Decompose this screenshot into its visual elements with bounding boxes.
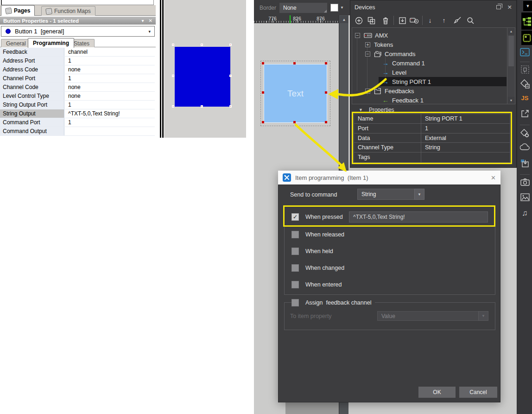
sidebar-item-snapshot[interactable] bbox=[517, 178, 532, 186]
row-value[interactable]: none bbox=[64, 92, 155, 100]
sidebar-collapse-button[interactable]: ▼ bbox=[523, 1, 532, 11]
add-device-icon[interactable] bbox=[354, 16, 363, 25]
resize-handle[interactable] bbox=[172, 105, 174, 108]
tree-item-string-port-1[interactable]: → String PORT 1 bbox=[353, 77, 507, 86]
canvas-object-partial[interactable] bbox=[285, 402, 339, 414]
row-value[interactable]: 1 bbox=[64, 118, 155, 127]
tree-item-feedback-1[interactable]: ← Feedback 1 bbox=[353, 96, 507, 105]
sidebar-item-project-tree[interactable] bbox=[521, 13, 532, 30]
sidebar-item-console[interactable] bbox=[517, 48, 532, 57]
tree-item-level[interactable]: → Level bbox=[353, 68, 507, 77]
selected-button-element[interactable]: Text bbox=[264, 64, 327, 123]
property-value[interactable]: String bbox=[421, 143, 510, 152]
resize-handle[interactable] bbox=[201, 44, 203, 46]
dialog-titlebar[interactable]: Item programming (Item 1) ✕ bbox=[278, 171, 500, 185]
table-row[interactable]: Channel Port 1 bbox=[0, 74, 155, 83]
resize-handle[interactable] bbox=[262, 91, 264, 94]
blue-button-element[interactable] bbox=[175, 47, 230, 107]
tree-item-tokens[interactable]: + Tokens bbox=[353, 40, 507, 49]
resize-handle[interactable] bbox=[229, 105, 232, 108]
color-dropdown-arrow-icon[interactable]: ▼ bbox=[340, 6, 344, 10]
property-value[interactable]: 1 bbox=[421, 124, 510, 133]
table-row[interactable]: Address Code none bbox=[0, 65, 155, 74]
row-value[interactable]: 1 bbox=[64, 57, 155, 65]
device-capture-icon[interactable] bbox=[410, 16, 419, 25]
command-type-dropdown[interactable]: String ▼ bbox=[357, 189, 424, 200]
close-panel-icon[interactable]: ✕ bbox=[507, 4, 512, 11]
tab-programming[interactable]: Programming bbox=[28, 38, 74, 48]
properties-section-header[interactable]: ▼ Properties bbox=[350, 106, 394, 114]
assign-feedback-checkbox[interactable] bbox=[291, 299, 299, 306]
property-value[interactable] bbox=[421, 153, 510, 162]
table-row[interactable]: Command Output bbox=[0, 127, 155, 136]
resize-handle[interactable] bbox=[229, 44, 232, 46]
property-row[interactable]: Tags bbox=[354, 153, 510, 162]
tab-general[interactable]: General bbox=[1, 39, 31, 47]
cleanup-icon[interactable] bbox=[453, 16, 462, 25]
row-value[interactable]: none bbox=[64, 83, 155, 91]
delete-device-icon[interactable] bbox=[381, 16, 390, 25]
color-swatch[interactable] bbox=[330, 4, 338, 12]
sidebar-item-cloud[interactable] bbox=[517, 143, 532, 151]
when-changed-checkbox[interactable] bbox=[291, 264, 299, 272]
table-row[interactable]: Command Port 1 bbox=[0, 118, 155, 127]
when-released-checkbox[interactable] bbox=[291, 231, 299, 238]
sidebar-item-images[interactable] bbox=[517, 193, 532, 201]
table-row[interactable]: Channel Code none bbox=[0, 83, 155, 92]
search-icon[interactable] bbox=[466, 16, 475, 25]
sidebar-item-board[interactable] bbox=[521, 31, 532, 45]
collapse-toggle-icon[interactable]: − bbox=[365, 89, 370, 94]
sidebar-item-remove-asset[interactable] bbox=[517, 79, 532, 89]
property-value[interactable]: String PORT 1 bbox=[421, 114, 510, 123]
resize-handle[interactable] bbox=[325, 121, 327, 123]
table-row[interactable]: Level Control Type none bbox=[0, 92, 155, 101]
resize-handle[interactable] bbox=[229, 75, 232, 77]
tree-item-feedbacks[interactable]: − Feedbacks bbox=[353, 86, 507, 96]
dropdown-arrow-icon[interactable]: ▼ bbox=[414, 189, 424, 200]
row-value[interactable]: 1 bbox=[64, 74, 155, 83]
table-row[interactable]: String Output Port 1 bbox=[0, 101, 155, 109]
when-entered-checkbox[interactable] bbox=[291, 281, 299, 288]
scroll-thumb[interactable] bbox=[508, 36, 514, 66]
scroll-up-icon[interactable]: ▲ bbox=[340, 16, 348, 23]
row-value[interactable]: channel bbox=[64, 48, 155, 56]
property-row[interactable]: Name String PORT 1 bbox=[354, 114, 510, 124]
sidebar-item-javascript[interactable]: JS bbox=[517, 95, 532, 102]
row-value[interactable]: none bbox=[64, 65, 155, 74]
scroll-down-icon[interactable]: ▼ bbox=[507, 97, 515, 104]
sidebar-item-template[interactable] bbox=[517, 65, 532, 74]
design-canvas-tpdesign[interactable] bbox=[164, 0, 246, 138]
tree-item-amx[interactable]: − AMX bbox=[353, 31, 507, 40]
resize-handle[interactable] bbox=[293, 62, 296, 64]
panel-close-icon[interactable]: ✕ bbox=[149, 18, 152, 23]
cancel-button[interactable]: Cancel bbox=[459, 387, 497, 398]
collapse-toggle-icon[interactable]: − bbox=[355, 33, 360, 38]
resize-handle[interactable] bbox=[262, 62, 264, 64]
expand-toggle-icon[interactable]: + bbox=[365, 42, 370, 47]
property-row[interactable]: Channel Type String bbox=[354, 143, 510, 153]
property-row[interactable]: Port 1 bbox=[354, 124, 510, 134]
sidebar-item-sounds[interactable]: ♫ bbox=[517, 209, 532, 218]
row-value[interactable]: 1 bbox=[64, 101, 155, 109]
row-value[interactable] bbox=[64, 127, 155, 135]
collapse-toggle-icon[interactable]: − bbox=[365, 51, 370, 57]
when-pressed-checkbox[interactable]: ✓ bbox=[291, 213, 299, 221]
table-row[interactable]: Feedback channel bbox=[0, 48, 155, 57]
to-item-property-dropdown[interactable]: Value ▼ bbox=[377, 311, 488, 321]
resize-handle[interactable] bbox=[262, 121, 264, 123]
duplicate-device-icon[interactable] bbox=[367, 16, 376, 25]
resize-handle[interactable] bbox=[325, 62, 327, 64]
panel-splitter[interactable] bbox=[159, 0, 164, 138]
row-value[interactable]: ^TXT-5,0,Text String! bbox=[64, 109, 155, 118]
float-panel-icon[interactable] bbox=[496, 5, 501, 9]
import-device-icon[interactable] bbox=[398, 16, 407, 25]
resize-handle[interactable] bbox=[293, 121, 296, 123]
tab-pages[interactable]: Pages bbox=[1, 5, 35, 16]
scroll-up-icon[interactable]: ▲ bbox=[507, 28, 515, 35]
move-up-icon[interactable]: ↑ bbox=[439, 16, 449, 25]
sidebar-item-asset-settings[interactable] bbox=[517, 128, 532, 138]
panel-collapse-icon[interactable]: ▾ bbox=[142, 18, 144, 23]
resize-handle[interactable] bbox=[172, 44, 174, 46]
resize-handle[interactable] bbox=[325, 91, 327, 94]
table-row[interactable]: Address Port 1 bbox=[0, 57, 155, 65]
